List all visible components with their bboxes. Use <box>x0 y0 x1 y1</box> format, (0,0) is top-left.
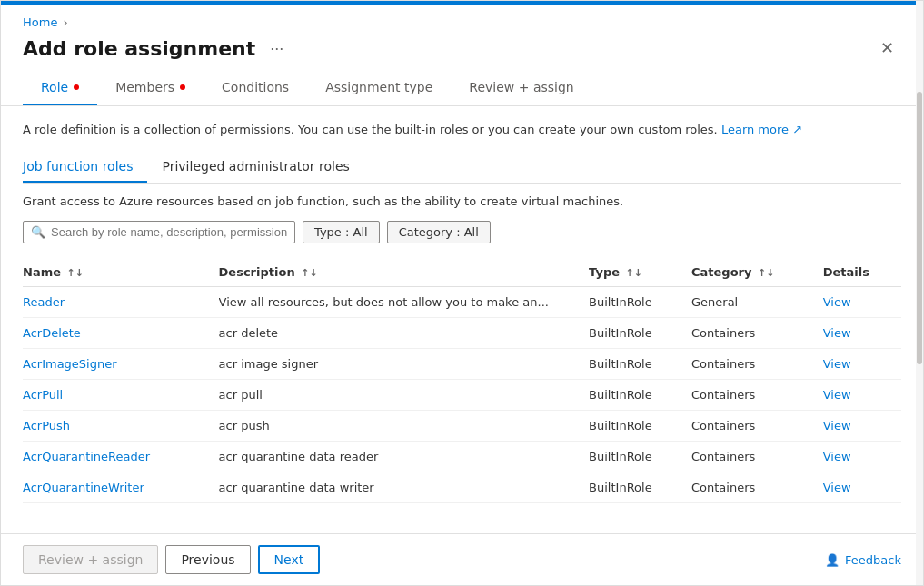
tabs-bar: Role Members Conditions Assignment type … <box>1 71 923 106</box>
content-area: A role definition is a collection of per… <box>1 106 923 533</box>
category-filter-pill[interactable]: Category : All <box>387 221 491 243</box>
cell-name: Reader <box>23 286 219 317</box>
col-header-name[interactable]: Name ↑↓ <box>23 258 219 287</box>
cell-name: AcrPull <box>23 379 219 410</box>
role-link[interactable]: AcrPull <box>23 388 63 402</box>
cell-description: acr quarantine data writer <box>219 472 590 502</box>
cell-description: acr image signer <box>219 348 590 379</box>
header: Add role assignment ··· ✕ <box>1 33 923 71</box>
roles-table: Name ↑↓ Description ↑↓ Type ↑↓ Category … <box>23 258 901 503</box>
cell-details: View <box>823 317 901 348</box>
review-assign-button[interactable]: Review + assign <box>23 545 158 574</box>
tab-role[interactable]: Role <box>23 71 97 105</box>
cell-details: View <box>823 441 901 472</box>
close-button[interactable]: ✕ <box>873 36 901 60</box>
role-link[interactable]: AcrPush <box>23 419 70 432</box>
col-header-details: Details <box>823 258 901 287</box>
tab-members[interactable]: Members <box>97 71 204 105</box>
header-left: Add role assignment ··· <box>23 37 289 60</box>
cell-details: View <box>823 379 901 410</box>
search-input[interactable] <box>51 225 287 239</box>
cell-category: Containers <box>691 317 823 348</box>
feedback-icon: 👤 <box>825 553 840 567</box>
cell-details: View <box>823 348 901 379</box>
cell-details: View <box>823 410 901 441</box>
cell-type: BuiltInRole <box>589 410 691 441</box>
more-options-button[interactable]: ··· <box>264 37 289 60</box>
learn-more-link[interactable]: Learn more ↗ <box>721 123 802 136</box>
filter-row: 🔍 Type : All Category : All <box>23 221 901 243</box>
cell-category: Containers <box>691 472 823 502</box>
dialog: Home › Add role assignment ··· ✕ Role Me… <box>0 0 924 586</box>
role-tab-dot <box>74 84 79 90</box>
sub-tab-job-function[interactable]: Job function roles <box>23 152 147 183</box>
tab-conditions[interactable]: Conditions <box>204 71 307 105</box>
cell-details: View <box>823 472 901 502</box>
table-row[interactable]: AcrDelete acr delete BuiltInRole Contain… <box>23 317 901 348</box>
cell-name: AcrPush <box>23 410 219 441</box>
breadcrumb: Home › <box>1 5 923 33</box>
previous-button[interactable]: Previous <box>165 545 250 574</box>
view-link[interactable]: View <box>823 419 851 432</box>
info-text: A role definition is a collection of per… <box>23 121 901 139</box>
view-link[interactable]: View <box>823 326 851 340</box>
table-row[interactable]: AcrImageSigner acr image signer BuiltInR… <box>23 348 901 379</box>
role-link[interactable]: AcrImageSigner <box>23 357 117 371</box>
table-row[interactable]: Reader View all resources, but does not … <box>23 286 901 317</box>
cell-type: BuiltInRole <box>589 441 691 472</box>
cell-type: BuiltInRole <box>589 379 691 410</box>
col-header-type[interactable]: Type ↑↓ <box>589 258 691 287</box>
role-link[interactable]: AcrDelete <box>23 326 81 340</box>
cell-type: BuiltInRole <box>589 472 691 502</box>
view-link[interactable]: View <box>823 388 851 402</box>
cell-description: View all resources, but does not allow y… <box>219 286 590 317</box>
table-row[interactable]: AcrPull acr pull BuiltInRole Containers … <box>23 379 901 410</box>
members-tab-dot <box>180 84 185 90</box>
cell-details: View <box>823 286 901 317</box>
col-header-description[interactable]: Description ↑↓ <box>219 258 590 287</box>
cell-category: Containers <box>691 410 823 441</box>
col-header-category[interactable]: Category ↑↓ <box>691 258 823 287</box>
breadcrumb-separator: › <box>63 15 67 29</box>
cell-category: Containers <box>691 441 823 472</box>
footer-left-buttons: Review + assign Previous Next <box>23 545 320 574</box>
tab-assignment-type[interactable]: Assignment type <box>307 71 451 105</box>
cell-category: General <box>691 286 823 317</box>
cell-category: Containers <box>691 379 823 410</box>
role-link[interactable]: AcrQuarantineWriter <box>23 481 144 494</box>
scrollbar-thumb[interactable] <box>917 92 922 364</box>
table-row[interactable]: AcrQuarantineWriter acr quarantine data … <box>23 472 901 502</box>
feedback-button[interactable]: 👤 Feedback <box>825 553 901 567</box>
table-row[interactable]: AcrPush acr push BuiltInRole Containers … <box>23 410 901 441</box>
view-link[interactable]: View <box>823 450 851 463</box>
cell-description: acr push <box>219 410 590 441</box>
cell-description: acr delete <box>219 317 590 348</box>
footer: Review + assign Previous Next 👤 Feedback <box>1 533 923 585</box>
sub-tab-privileged[interactable]: Privileged administrator roles <box>162 152 363 183</box>
cell-type: BuiltInRole <box>589 317 691 348</box>
search-box[interactable]: 🔍 <box>23 221 295 243</box>
cell-name: AcrDelete <box>23 317 219 348</box>
view-link[interactable]: View <box>823 357 851 371</box>
feedback-label: Feedback <box>845 553 901 567</box>
tab-review-assign[interactable]: Review + assign <box>451 71 591 105</box>
scrollbar-track <box>916 1 923 585</box>
next-button[interactable]: Next <box>258 545 321 574</box>
view-link[interactable]: View <box>823 481 851 494</box>
cell-name: AcrQuarantineWriter <box>23 472 219 502</box>
cell-name: AcrQuarantineReader <box>23 441 219 472</box>
view-link[interactable]: View <box>823 295 851 309</box>
cell-category: Containers <box>691 348 823 379</box>
cell-description: acr pull <box>219 379 590 410</box>
cell-type: BuiltInRole <box>589 348 691 379</box>
role-link[interactable]: AcrQuarantineReader <box>23 450 150 463</box>
breadcrumb-home[interactable]: Home <box>23 15 57 29</box>
table-row[interactable]: AcrQuarantineReader acr quarantine data … <box>23 441 901 472</box>
type-filter-pill[interactable]: Type : All <box>303 221 380 243</box>
role-link[interactable]: Reader <box>23 295 65 309</box>
search-icon: 🔍 <box>31 225 45 239</box>
sub-description: Grant access to Azure resources based on… <box>23 194 901 208</box>
cell-type: BuiltInRole <box>589 286 691 317</box>
page-title: Add role assignment <box>23 37 255 60</box>
table-header-row: Name ↑↓ Description ↑↓ Type ↑↓ Category … <box>23 258 901 287</box>
